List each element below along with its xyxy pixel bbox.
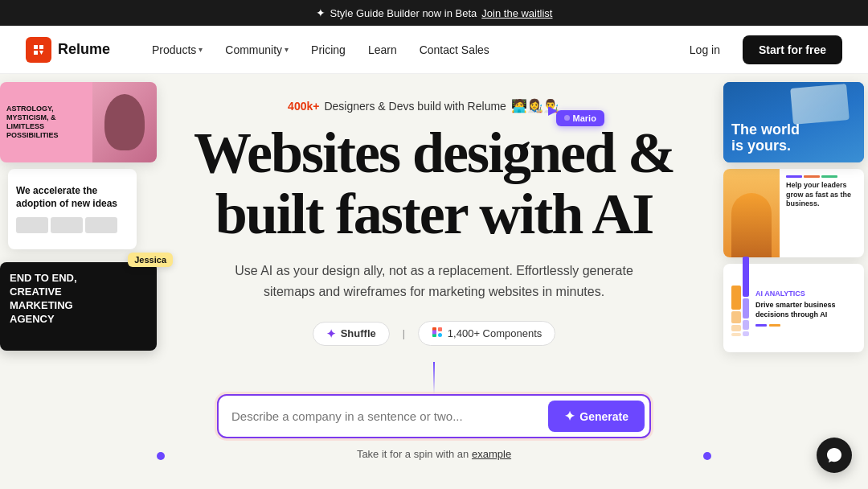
generate-button[interactable]: ✦ Generate xyxy=(548,401,645,432)
mario-badge: ▶ Mario xyxy=(556,110,604,126)
generate-input[interactable] xyxy=(231,405,548,428)
leader-image xyxy=(723,169,780,257)
svg-point-3 xyxy=(438,333,442,337)
users-badge: 400k+ Designers & Devs build with Relume… xyxy=(288,98,580,113)
figma-icon xyxy=(432,327,443,340)
bottom-divider xyxy=(433,362,435,394)
shuffle-button[interactable]: ✦ Shuffle xyxy=(313,322,390,346)
shuffle-label: Shuffle xyxy=(341,327,376,339)
nav-learn[interactable]: Learn xyxy=(358,37,407,63)
card-world: The worldis yours. xyxy=(723,82,864,162)
start-button[interactable]: Start for free xyxy=(743,35,842,64)
example-link[interactable]: example xyxy=(472,448,511,460)
nav-right: Log in Start for free xyxy=(677,35,842,64)
badge-text: Designers & Devs build with Relume xyxy=(324,100,506,113)
hero-subheadline: Use AI as your design ally, not as a rep… xyxy=(225,261,643,302)
banner-text: Style Guide Builder now in Beta xyxy=(330,7,477,19)
logo[interactable]: Relume xyxy=(26,37,110,63)
mario-dot xyxy=(564,115,570,121)
mario-label: Mario xyxy=(573,113,596,123)
nav-links: Products ▾ Community ▾ Pricing Learn Con… xyxy=(142,37,677,63)
top-banner: ✦ Style Guide Builder now in Beta Join t… xyxy=(0,0,868,26)
community-chevron-icon: ▾ xyxy=(285,45,289,54)
navbar: Relume Products ▾ Community ▾ Pricing Le… xyxy=(0,26,868,74)
divider-line: | xyxy=(403,328,405,339)
right-preview-cards: The worldis yours. Help your leaders gro… xyxy=(723,82,868,352)
banner-icon: ✦ xyxy=(316,6,326,19)
logo-text: Relume xyxy=(58,41,110,58)
generate-box: ✦ Generate xyxy=(217,394,651,438)
components-badge: 1,400+ Components xyxy=(418,321,555,346)
nav-contact[interactable]: Contact Sales xyxy=(410,37,499,63)
shuffle-icon: ✦ xyxy=(326,327,336,340)
nav-pricing[interactable]: Pricing xyxy=(301,37,355,63)
hero-headline: Websites designed & built faster with AI xyxy=(194,123,674,244)
generate-star-icon: ✦ xyxy=(564,409,575,424)
logo-icon xyxy=(26,37,51,63)
products-chevron-icon: ▾ xyxy=(199,45,203,54)
banner-link[interactable]: Join the waitlist xyxy=(481,7,552,19)
chat-bubble[interactable] xyxy=(817,438,852,473)
card-leader: Help your leaders grow as fast as the bu… xyxy=(723,169,864,257)
svg-rect-4 xyxy=(432,331,436,335)
nav-community[interactable]: Community ▾ xyxy=(215,37,298,63)
nav-products[interactable]: Products ▾ xyxy=(142,37,212,63)
data-text: Drive smarter business decisions through… xyxy=(755,301,856,319)
login-button[interactable]: Log in xyxy=(677,37,733,63)
cursor-arrow-icon: ▶ xyxy=(548,104,557,117)
world-text: The worldis yours. xyxy=(731,122,856,154)
badge-count: 400k+ xyxy=(288,100,319,113)
svg-rect-1 xyxy=(438,327,442,331)
card-data: AI Analytics Drive smarter business deci… xyxy=(723,264,864,352)
leader-content: Help your leaders grow as fast as the bu… xyxy=(780,169,864,257)
hero-section: ASTROLOGY, MYSTICISM, & LIMITLESS POSSIB… xyxy=(0,74,868,460)
spin-text: Take it for a spin with an example xyxy=(357,448,511,460)
components-count: 1,400+ Components xyxy=(448,327,542,339)
generate-section: ✦ Generate Take it for a spin with an ex… xyxy=(201,394,667,460)
leader-text: Help your leaders grow as fast as the bu… xyxy=(786,181,858,209)
generate-label: Generate xyxy=(579,410,628,423)
shuffle-bar: ✦ Shuffle | 1,400+ Components xyxy=(313,321,556,346)
